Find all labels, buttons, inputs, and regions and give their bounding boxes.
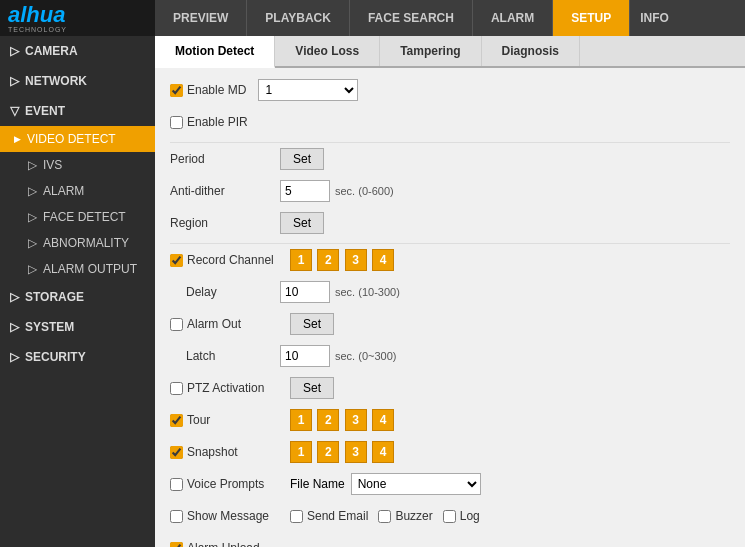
sidebar-label: STORAGE [25,290,84,304]
sidebar-item-storage[interactable]: ▷ STORAGE [0,282,155,312]
alarm-upload-checkbox[interactable] [170,542,183,548]
delay-hint: sec. (10-300) [335,286,400,298]
content-area: Motion Detect Video Loss Tampering Diagn… [155,36,745,547]
sidebar-item-face-detect[interactable]: ▷ FACE DETECT [0,204,155,230]
show-message-checkbox[interactable] [170,510,183,523]
channel-select[interactable]: 1 234 [258,79,358,101]
alarm-out-checkbox[interactable] [170,318,183,331]
delay-input[interactable]: 10 [280,281,330,303]
ptz-activation-label[interactable]: PTZ Activation [170,381,290,395]
show-message-label[interactable]: Show Message [170,509,290,523]
alarm-out-row: Alarm Out Set [170,312,730,336]
log-label[interactable]: Log [443,509,480,523]
snapshot-channel-buttons: 1 2 3 4 [290,441,396,463]
record-channel-checkbox[interactable] [170,254,183,267]
nav-face-search[interactable]: FACE SEARCH [350,0,473,36]
voice-prompts-label[interactable]: Voice Prompts [170,477,290,491]
snapshot-checkbox[interactable] [170,446,183,459]
sidebar-item-camera[interactable]: ▷ CAMERA [0,36,155,66]
alarm-out-set-button[interactable]: Set [290,313,334,335]
nav-playback[interactable]: PLAYBACK [247,0,350,36]
region-set-button[interactable]: Set [280,212,324,234]
voice-prompts-checkbox[interactable] [170,478,183,491]
enable-pir-checkbox[interactable] [170,116,183,129]
tab-diagnosis[interactable]: Diagnosis [482,36,580,66]
sidebar-item-ivs[interactable]: ▷ IVS [0,152,155,178]
send-email-label[interactable]: Send Email [290,509,368,523]
sidebar-item-alarm-output[interactable]: ▷ ALARM OUTPUT [0,256,155,282]
nav-setup[interactable]: SETUP [553,0,630,36]
alarm-out-label[interactable]: Alarm Out [170,317,290,331]
enable-md-label[interactable]: Enable MD [170,83,246,97]
tour-btn-4[interactable]: 4 [372,409,394,431]
period-row: Period Set [170,147,730,171]
sidebar-item-network[interactable]: ▷ NETWORK [0,66,155,96]
form-content: Enable MD 1 234 Enable PIR Period Set [155,68,745,547]
enable-pir-label[interactable]: Enable PIR [170,115,248,129]
tour-btn-2[interactable]: 2 [317,409,339,431]
nav-info[interactable]: INFO [630,0,679,36]
snapshot-btn-4[interactable]: 4 [372,441,394,463]
enable-md-checkbox[interactable] [170,84,183,97]
anti-dither-input[interactable]: 5 [280,180,330,202]
latch-hint: sec. (0~300) [335,350,396,362]
period-set-button[interactable]: Set [280,148,324,170]
tab-video-loss[interactable]: Video Loss [275,36,380,66]
snapshot-row: Snapshot 1 2 3 4 [170,440,730,464]
buzzer-label[interactable]: Buzzer [378,509,432,523]
record-channel-label[interactable]: Record Channel [170,253,290,267]
nav-preview[interactable]: PREVIEW [155,0,247,36]
send-email-checkbox[interactable] [290,510,303,523]
sidebar-label: ABNORMALITY [43,236,129,250]
ptz-set-button[interactable]: Set [290,377,334,399]
snapshot-btn-3[interactable]: 3 [345,441,367,463]
tab-tampering[interactable]: Tampering [380,36,481,66]
snapshot-btn-1[interactable]: 1 [290,441,312,463]
channel-btn-3[interactable]: 3 [345,249,367,271]
arrow-icon: ▷ [10,44,19,58]
sidebar-item-video-detect[interactable]: VIDEO DETECT [0,126,155,152]
brand-name: alhua [8,4,67,26]
arrow-icon: ▽ [10,104,19,118]
channel-btn-2[interactable]: 2 [317,249,339,271]
brand-tagline: TECHNOLOGY [8,26,67,33]
anti-dither-row: Anti-dither 5 sec. (0-600) [170,179,730,203]
sidebar-label: ALARM OUTPUT [43,262,137,276]
file-name-select[interactable]: None [351,473,481,495]
tour-btn-3[interactable]: 3 [345,409,367,431]
channel-btn-1[interactable]: 1 [290,249,312,271]
snapshot-btn-2[interactable]: 2 [317,441,339,463]
tour-checkbox[interactable] [170,414,183,427]
arrow-icon: ▷ [10,350,19,364]
tab-motion-detect[interactable]: Motion Detect [155,36,275,68]
log-checkbox[interactable] [443,510,456,523]
ptz-activation-checkbox[interactable] [170,382,183,395]
channel-btn-4[interactable]: 4 [372,249,394,271]
voice-prompts-row: Voice Prompts File Name None [170,472,730,496]
sidebar-item-security[interactable]: ▷ SECURITY [0,342,155,372]
sub-tab-bar: Motion Detect Video Loss Tampering Diagn… [155,36,745,68]
sidebar-label: SECURITY [25,350,86,364]
sidebar-label: FACE DETECT [43,210,126,224]
tour-label[interactable]: Tour [170,413,290,427]
arrow-icon: ▷ [28,158,37,172]
arrow-icon: ▷ [28,262,37,276]
arrow-icon: ▷ [28,210,37,224]
sidebar-item-alarm[interactable]: ▷ ALARM [0,178,155,204]
sidebar-label: EVENT [25,104,65,118]
record-channel-row: Record Channel 1 2 3 4 [170,248,730,272]
buzzer-checkbox[interactable] [378,510,391,523]
sidebar-item-system[interactable]: ▷ SYSTEM [0,312,155,342]
sidebar-label: SYSTEM [25,320,74,334]
sidebar-item-abnormality[interactable]: ▷ ABNORMALITY [0,230,155,256]
tour-btn-1[interactable]: 1 [290,409,312,431]
tour-channel-buttons: 1 2 3 4 [290,409,396,431]
latch-row: Latch 10 sec. (0~300) [170,344,730,368]
snapshot-label[interactable]: Snapshot [170,445,290,459]
alarm-upload-label[interactable]: Alarm Upload [170,541,290,547]
nav-alarm[interactable]: ALARM [473,0,553,36]
anti-dither-label: Anti-dither [170,184,280,198]
sidebar-item-event[interactable]: ▽ EVENT [0,96,155,126]
latch-input[interactable]: 10 [280,345,330,367]
sidebar: ▷ CAMERA ▷ NETWORK ▽ EVENT VIDEO DETECT … [0,36,155,547]
